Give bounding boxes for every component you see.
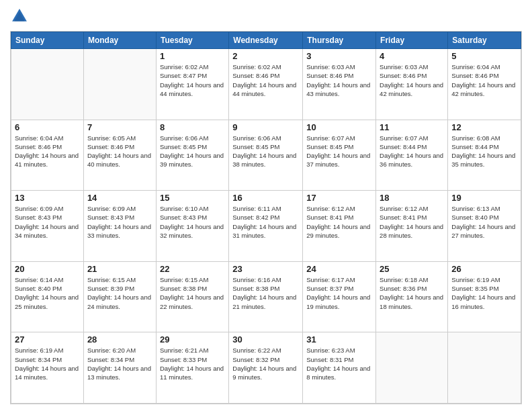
- day-detail: Sunrise: 6:20 AMSunset: 8:34 PMDaylight:…: [87, 346, 152, 381]
- day-cell: 21Sunrise: 6:15 AMSunset: 8:39 PMDayligh…: [83, 261, 156, 332]
- day-detail: Sunrise: 6:06 AMSunset: 8:45 PMDaylight:…: [232, 134, 299, 169]
- day-detail: Sunrise: 6:03 AMSunset: 8:46 PMDaylight:…: [380, 62, 444, 98]
- day-cell: [83, 49, 156, 120]
- day-number: 22: [160, 264, 225, 274]
- day-header-tuesday: Tuesday: [156, 32, 228, 49]
- day-cell: 1Sunrise: 6:02 AMSunset: 8:47 PMDaylight…: [156, 49, 228, 120]
- day-cell: 15Sunrise: 6:10 AMSunset: 8:43 PMDayligh…: [156, 191, 228, 262]
- header: [10, 7, 522, 26]
- day-detail: Sunrise: 6:15 AMSunset: 8:39 PMDaylight:…: [87, 275, 152, 311]
- day-cell: 29Sunrise: 6:21 AMSunset: 8:33 PMDayligh…: [156, 332, 228, 404]
- day-cell: 28Sunrise: 6:20 AMSunset: 8:34 PMDayligh…: [83, 332, 156, 404]
- header-row: SundayMondayTuesdayWednesdayThursdayFrid…: [11, 32, 521, 49]
- day-number: 21: [87, 264, 152, 274]
- day-detail: Sunrise: 6:11 AMSunset: 8:42 PMDaylight:…: [232, 204, 299, 240]
- week-row: 1Sunrise: 6:02 AMSunset: 8:47 PMDaylight…: [11, 49, 521, 120]
- day-cell: 7Sunrise: 6:05 AMSunset: 8:46 PMDaylight…: [83, 120, 156, 191]
- day-number: 31: [306, 334, 372, 345]
- day-detail: Sunrise: 6:18 AMSunset: 8:36 PMDaylight:…: [380, 275, 444, 311]
- week-row: 6Sunrise: 6:04 AMSunset: 8:46 PMDaylight…: [11, 120, 521, 191]
- day-cell: 17Sunrise: 6:12 AMSunset: 8:41 PMDayligh…: [303, 191, 376, 262]
- day-detail: Sunrise: 6:03 AMSunset: 8:46 PMDaylight:…: [306, 62, 372, 98]
- day-detail: Sunrise: 6:14 AMSunset: 8:40 PMDaylight:…: [15, 275, 80, 311]
- day-cell: 5Sunrise: 6:04 AMSunset: 8:46 PMDaylight…: [448, 49, 521, 120]
- day-number: 27: [15, 334, 80, 345]
- day-number: 9: [232, 122, 299, 132]
- day-detail: Sunrise: 6:16 AMSunset: 8:38 PMDaylight:…: [232, 275, 299, 311]
- day-detail: Sunrise: 6:02 AMSunset: 8:47 PMDaylight:…: [160, 62, 225, 98]
- day-header-wednesday: Wednesday: [229, 32, 303, 49]
- day-detail: Sunrise: 6:04 AMSunset: 8:46 PMDaylight:…: [451, 62, 517, 98]
- day-detail: Sunrise: 6:10 AMSunset: 8:43 PMDaylight:…: [160, 204, 225, 240]
- day-cell: 12Sunrise: 6:08 AMSunset: 8:44 PMDayligh…: [448, 120, 521, 191]
- day-cell: 22Sunrise: 6:15 AMSunset: 8:38 PMDayligh…: [156, 261, 228, 332]
- day-cell: 9Sunrise: 6:06 AMSunset: 8:45 PMDaylight…: [229, 120, 303, 191]
- day-cell: 30Sunrise: 6:22 AMSunset: 8:32 PMDayligh…: [229, 332, 303, 404]
- day-detail: Sunrise: 6:09 AMSunset: 8:43 PMDaylight:…: [87, 204, 152, 240]
- day-detail: Sunrise: 6:07 AMSunset: 8:44 PMDaylight:…: [380, 134, 444, 169]
- day-detail: Sunrise: 6:19 AMSunset: 8:34 PMDaylight:…: [15, 346, 80, 381]
- day-number: 14: [87, 193, 152, 203]
- day-detail: Sunrise: 6:12 AMSunset: 8:41 PMDaylight:…: [380, 204, 444, 240]
- day-number: 5: [451, 51, 517, 61]
- day-number: 12: [451, 122, 517, 132]
- calendar-body: 1Sunrise: 6:02 AMSunset: 8:47 PMDaylight…: [11, 49, 521, 404]
- day-cell: 24Sunrise: 6:17 AMSunset: 8:37 PMDayligh…: [303, 261, 376, 332]
- day-number: 26: [451, 264, 517, 274]
- day-detail: Sunrise: 6:15 AMSunset: 8:38 PMDaylight:…: [160, 275, 225, 311]
- day-cell: [448, 332, 521, 404]
- day-number: 24: [306, 264, 372, 274]
- day-header-monday: Monday: [83, 32, 156, 49]
- day-cell: 8Sunrise: 6:06 AMSunset: 8:45 PMDaylight…: [156, 120, 228, 191]
- day-number: 23: [232, 264, 299, 274]
- day-cell: 26Sunrise: 6:19 AMSunset: 8:35 PMDayligh…: [448, 261, 521, 332]
- day-cell: [11, 49, 84, 120]
- day-cell: 20Sunrise: 6:14 AMSunset: 8:40 PMDayligh…: [11, 261, 84, 332]
- calendar-table: SundayMondayTuesdayWednesdayThursdayFrid…: [11, 32, 521, 404]
- day-detail: Sunrise: 6:19 AMSunset: 8:35 PMDaylight:…: [451, 275, 517, 311]
- day-number: 17: [306, 193, 372, 203]
- day-detail: Sunrise: 6:21 AMSunset: 8:33 PMDaylight:…: [160, 346, 225, 381]
- day-number: 18: [380, 193, 444, 203]
- day-number: 8: [160, 122, 225, 132]
- day-number: 25: [380, 264, 444, 274]
- day-cell: 2Sunrise: 6:02 AMSunset: 8:46 PMDaylight…: [229, 49, 303, 120]
- day-detail: Sunrise: 6:12 AMSunset: 8:41 PMDaylight:…: [306, 204, 372, 240]
- logo: [10, 7, 32, 26]
- day-number: 16: [232, 193, 299, 203]
- day-cell: 16Sunrise: 6:11 AMSunset: 8:42 PMDayligh…: [229, 191, 303, 262]
- day-cell: [376, 332, 448, 404]
- day-number: 20: [15, 264, 80, 274]
- day-number: 10: [306, 122, 372, 132]
- day-number: 11: [380, 122, 444, 132]
- day-cell: 23Sunrise: 6:16 AMSunset: 8:38 PMDayligh…: [229, 261, 303, 332]
- logo-icon: [10, 7, 29, 26]
- day-detail: Sunrise: 6:09 AMSunset: 8:43 PMDaylight:…: [15, 204, 80, 240]
- day-cell: 3Sunrise: 6:03 AMSunset: 8:46 PMDaylight…: [303, 49, 376, 120]
- day-cell: 27Sunrise: 6:19 AMSunset: 8:34 PMDayligh…: [11, 332, 84, 404]
- day-detail: Sunrise: 6:04 AMSunset: 8:46 PMDaylight:…: [15, 134, 80, 169]
- day-number: 29: [160, 334, 225, 345]
- day-cell: 11Sunrise: 6:07 AMSunset: 8:44 PMDayligh…: [376, 120, 448, 191]
- day-cell: 13Sunrise: 6:09 AMSunset: 8:43 PMDayligh…: [11, 191, 84, 262]
- day-number: 3: [306, 51, 372, 61]
- day-detail: Sunrise: 6:08 AMSunset: 8:44 PMDaylight:…: [451, 134, 517, 169]
- day-number: 28: [87, 334, 152, 345]
- day-detail: Sunrise: 6:17 AMSunset: 8:37 PMDaylight:…: [306, 275, 372, 311]
- day-cell: 10Sunrise: 6:07 AMSunset: 8:45 PMDayligh…: [303, 120, 376, 191]
- day-number: 15: [160, 193, 225, 203]
- day-header-sunday: Sunday: [11, 32, 84, 49]
- day-detail: Sunrise: 6:23 AMSunset: 8:31 PMDaylight:…: [306, 346, 372, 381]
- day-cell: 31Sunrise: 6:23 AMSunset: 8:31 PMDayligh…: [303, 332, 376, 404]
- calendar-header: SundayMondayTuesdayWednesdayThursdayFrid…: [11, 32, 521, 49]
- week-row: 20Sunrise: 6:14 AMSunset: 8:40 PMDayligh…: [11, 261, 521, 332]
- day-number: 7: [87, 122, 152, 132]
- day-header-thursday: Thursday: [303, 32, 376, 49]
- day-cell: 4Sunrise: 6:03 AMSunset: 8:46 PMDaylight…: [376, 49, 448, 120]
- day-cell: 6Sunrise: 6:04 AMSunset: 8:46 PMDaylight…: [11, 120, 84, 191]
- day-number: 13: [15, 193, 80, 203]
- day-cell: 14Sunrise: 6:09 AMSunset: 8:43 PMDayligh…: [83, 191, 156, 262]
- day-number: 30: [232, 334, 299, 345]
- day-cell: 18Sunrise: 6:12 AMSunset: 8:41 PMDayligh…: [376, 191, 448, 262]
- day-detail: Sunrise: 6:05 AMSunset: 8:46 PMDaylight:…: [87, 134, 152, 169]
